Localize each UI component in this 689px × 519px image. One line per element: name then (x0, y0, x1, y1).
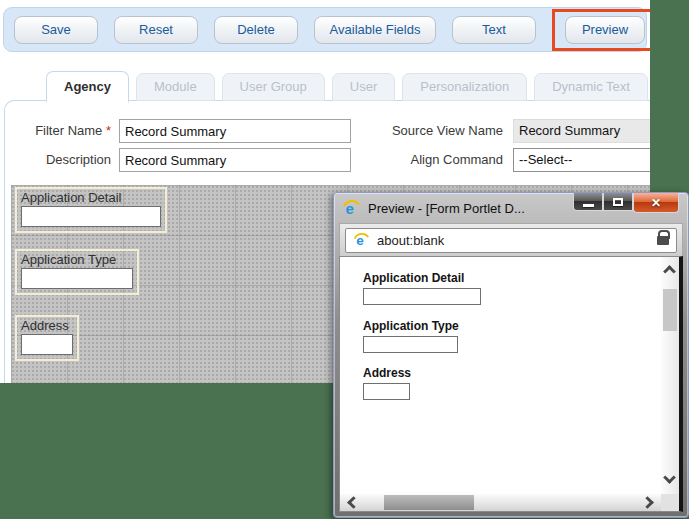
align-command-label: Align Command (363, 152, 503, 167)
preview-highlight-annotation: Preview (552, 9, 650, 51)
preview-field-input[interactable] (363, 288, 481, 305)
maximize-icon (613, 198, 623, 206)
tab-dynamic-text[interactable]: Dynamic Text (534, 73, 648, 101)
text-button[interactable]: Text (452, 16, 536, 44)
preview-field-input[interactable] (363, 383, 410, 400)
svg-text:e: e (356, 233, 364, 248)
available-fields-button[interactable]: Available Fields (314, 16, 436, 44)
preview-field-label: Application Type (363, 319, 459, 333)
scroll-right-icon[interactable] (641, 496, 654, 509)
required-asterisk: * (106, 123, 111, 138)
description-input[interactable] (119, 148, 351, 172)
preview-window: e Preview - [Form Portlet D... ✕ e (333, 192, 689, 518)
filter-name-label-text: Filter Name (35, 123, 102, 138)
scroll-left-icon[interactable] (347, 496, 360, 509)
preview-page-content: Application Detail Application Type Addr… (339, 256, 683, 512)
preview-field-label: Address (363, 366, 411, 380)
scrollbar-corner (661, 494, 679, 511)
filter-name-input[interactable] (119, 119, 351, 143)
maximize-button[interactable] (603, 193, 633, 211)
preview-field-input[interactable] (363, 336, 458, 353)
description-label: Description (5, 152, 111, 167)
toolbar: Save Reset Delete Available Fields Text … (3, 7, 647, 52)
preview-button[interactable]: Preview (565, 16, 645, 44)
source-view-name-label: Source View Name (363, 123, 503, 138)
minimize-button[interactable] (573, 193, 603, 211)
save-button[interactable]: Save (14, 16, 98, 44)
preview-field-address: Address (363, 366, 411, 400)
desktop-background: Save Reset Delete Available Fields Text … (0, 0, 689, 519)
scroll-down-icon[interactable] (663, 471, 676, 484)
ie-page-icon: e (353, 232, 370, 249)
preview-field-label: Application Detail (363, 271, 481, 285)
address-bar: e about:blank (339, 223, 683, 256)
tab-user[interactable]: User (332, 73, 395, 101)
svg-text:e: e (346, 200, 354, 217)
canvas-field-application-type[interactable]: Application Type (15, 249, 139, 295)
close-button[interactable]: ✕ (633, 193, 679, 213)
lock-icon (657, 236, 669, 245)
ie-logo-icon: e (342, 199, 361, 218)
canvas-field-label: Application Type (21, 252, 133, 267)
canvas-field-input[interactable] (21, 334, 73, 355)
window-controls: ✕ (573, 193, 679, 213)
canvas-field-label: Application Detail (21, 190, 161, 205)
vertical-scroll-thumb[interactable] (663, 289, 677, 331)
canvas-field-address[interactable]: Address (15, 315, 79, 361)
vertical-scrollbar[interactable] (661, 257, 679, 494)
horizontal-scroll-thumb[interactable] (384, 495, 474, 510)
tab-user-group[interactable]: User Group (222, 73, 325, 101)
tab-bar: Agency Module User Group User Personaliz… (46, 71, 648, 101)
tab-agency[interactable]: Agency (46, 71, 129, 103)
canvas-field-application-detail[interactable]: Application Detail (15, 187, 167, 233)
url-text: about:blank (377, 233, 650, 248)
canvas-field-input[interactable] (21, 206, 161, 227)
url-field[interactable]: e about:blank (345, 228, 677, 253)
filter-name-label: Filter Name * (5, 123, 111, 138)
preview-field-application-type: Application Type (363, 319, 459, 353)
reset-button[interactable]: Reset (114, 16, 198, 44)
horizontal-scrollbar[interactable] (340, 494, 661, 511)
close-icon: ✕ (651, 196, 661, 210)
align-command-select[interactable]: --Select-- (513, 148, 650, 172)
canvas-field-label: Address (21, 318, 73, 333)
scroll-up-icon[interactable] (663, 265, 676, 278)
canvas-field-input[interactable] (21, 268, 133, 289)
delete-button[interactable]: Delete (214, 16, 298, 44)
tab-module[interactable]: Module (136, 73, 215, 101)
source-view-name-select[interactable]: Record Summary (513, 119, 650, 143)
minimize-icon (583, 204, 594, 207)
preview-window-titlebar[interactable]: e Preview - [Form Portlet D... ✕ (334, 193, 688, 223)
tab-personalization[interactable]: Personalization (402, 73, 527, 101)
preview-field-application-detail: Application Detail (363, 271, 481, 305)
